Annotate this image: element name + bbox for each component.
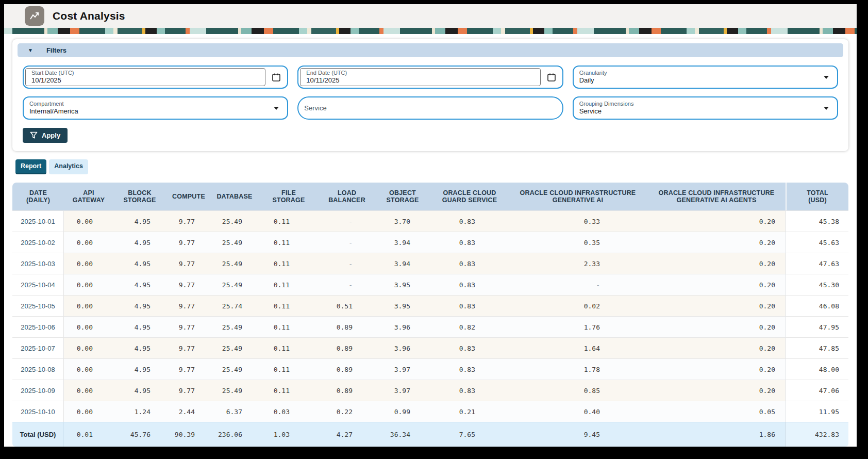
- start-date-calendar-button[interactable]: [265, 67, 287, 88]
- cost-value-cell: 9.77: [166, 210, 211, 232]
- row-total-cell: 47.06: [786, 380, 848, 401]
- cost-value-cell: 3.97: [374, 380, 431, 401]
- cost-value-cell: 1.76: [508, 316, 647, 337]
- cost-value-cell: 0.20: [647, 295, 786, 316]
- end-date-value[interactable]: 10/11/2025: [306, 76, 540, 85]
- cost-value-cell: 0.85: [508, 380, 647, 401]
- cost-value-cell: 0.20: [647, 253, 786, 274]
- end-date-field[interactable]: End Date (UTC) 10/11/2025: [297, 65, 563, 89]
- table-row: 2025-10-080.004.959.7725.490.110.893.970…: [12, 358, 848, 380]
- start-date-field[interactable]: Start Date (UTC) 10/1/2025: [23, 65, 288, 89]
- table-row: 2025-10-010.004.959.7725.490.11-3.700.83…: [12, 210, 848, 232]
- cost-value-cell: 0.83: [431, 274, 508, 295]
- cost-value-cell: 1.64: [508, 337, 647, 358]
- cost-value-cell: 25.49: [211, 232, 258, 253]
- row-total-cell: 45.30: [786, 274, 848, 295]
- cost-value-cell: 9.77: [166, 274, 211, 295]
- cost-value-cell: 25.74: [211, 295, 258, 316]
- cost-value-cell: 0.11: [258, 380, 320, 401]
- cost-value-cell: 3.94: [374, 253, 431, 274]
- column-header: FILE STORAGE: [258, 183, 320, 210]
- cost-value-cell: 0.99: [374, 401, 431, 422]
- date-cell: 2025-10-01: [12, 210, 64, 232]
- compartment-label: Compartment: [29, 101, 274, 107]
- table-row: 2025-10-020.004.959.7725.490.11-3.940.83…: [12, 232, 848, 253]
- cost-value-cell: 25.49: [211, 380, 258, 401]
- start-date-value[interactable]: 10/1/2025: [31, 76, 265, 85]
- cost-value-cell: -: [320, 210, 374, 232]
- grouping-dimensions-label: Grouping Dimensions: [579, 101, 824, 107]
- cost-value-cell: -: [320, 232, 374, 253]
- calendar-icon: [546, 72, 557, 83]
- cost-value-cell: 4.95: [113, 295, 166, 316]
- granularity-label: Granularity: [579, 70, 824, 76]
- date-cell: 2025-10-04: [12, 274, 64, 295]
- tab-analytics[interactable]: Analytics: [49, 159, 88, 174]
- date-cell: 2025-10-10: [12, 401, 64, 422]
- cost-value-cell: 0.05: [647, 401, 786, 422]
- row-total-cell: 47.85: [786, 337, 848, 358]
- cost-value-cell: 4.95: [113, 232, 166, 253]
- cost-value-cell: 6.37: [211, 401, 258, 422]
- cost-value-cell: 0.89: [320, 358, 374, 380]
- date-cell: 2025-10-07: [12, 337, 64, 358]
- column-header: BLOCK STORAGE: [113, 183, 166, 210]
- end-date-calendar-button[interactable]: [541, 67, 562, 88]
- apply-button-label: Apply: [42, 132, 60, 139]
- cost-value-cell: 236.06: [211, 422, 258, 447]
- cost-value-cell: 0.11: [258, 316, 320, 337]
- column-header: ORACLE CLOUD GUARD SERVICE: [431, 183, 508, 210]
- start-date-label: Start Date (UTC): [31, 70, 265, 76]
- cost-value-cell: 0.20: [647, 337, 786, 358]
- page-header: Cost Analysis: [4, 4, 857, 28]
- tab-report[interactable]: Report: [15, 159, 46, 174]
- cost-value-cell: 0.00: [64, 380, 113, 401]
- cost-value-cell: 7.65: [431, 422, 508, 447]
- row-total-cell: 48.00: [786, 358, 848, 380]
- apply-button[interactable]: Apply: [23, 128, 68, 143]
- cost-value-cell: 0.11: [258, 358, 320, 380]
- chevron-down-icon: [824, 76, 829, 79]
- filter-funnel-icon: [30, 132, 38, 139]
- date-cell: 2025-10-09: [12, 380, 64, 401]
- row-total-cell: 45.63: [786, 232, 848, 253]
- cost-value-cell: 4.95: [113, 253, 166, 274]
- cost-value-cell: 25.49: [211, 358, 258, 380]
- granularity-select[interactable]: Granularity Daily: [573, 65, 838, 89]
- table-row: 2025-10-100.001.242.446.370.030.220.990.…: [12, 401, 848, 422]
- cost-value-cell: 0.89: [320, 316, 374, 337]
- cost-value-cell: 45.76: [113, 422, 166, 447]
- filters-collapse-header[interactable]: ▼ Filters: [18, 43, 843, 57]
- cost-value-cell: 3.95: [374, 295, 431, 316]
- cost-value-cell: 4.95: [113, 337, 166, 358]
- table-row: 2025-10-050.004.959.7725.740.110.513.950…: [12, 295, 848, 316]
- cost-value-cell: 0.11: [258, 232, 320, 253]
- cost-value-cell: 9.77: [166, 316, 211, 337]
- service-placeholder: Service: [304, 105, 562, 111]
- column-header: TOTAL (USD): [786, 183, 848, 210]
- cost-value-cell: 25.49: [211, 210, 258, 232]
- column-header: LOAD BALANCER: [320, 183, 374, 210]
- filters-section-label: Filters: [46, 46, 66, 54]
- cost-value-cell: 0.51: [320, 295, 374, 316]
- cost-value-cell: 0.40: [508, 401, 647, 422]
- cost-value-cell: 0.20: [647, 358, 786, 380]
- cost-value-cell: 0.83: [431, 232, 508, 253]
- row-total-cell: 432.83: [786, 422, 848, 447]
- cost-value-cell: 1.78: [508, 358, 647, 380]
- cost-value-cell: 0.00: [64, 253, 113, 274]
- column-header: COMPUTE: [166, 183, 211, 210]
- date-cell: 2025-10-03: [12, 253, 64, 274]
- compartment-select[interactable]: Compartment Internal/America: [23, 96, 288, 120]
- page-title: Cost Analysis: [53, 10, 125, 22]
- service-input[interactable]: Service: [297, 96, 563, 120]
- cost-value-cell: 0.00: [64, 232, 113, 253]
- date-cell: 2025-10-06: [12, 316, 64, 337]
- cost-value-cell: 25.49: [211, 316, 258, 337]
- grouping-dimensions-select[interactable]: Grouping Dimensions Service: [573, 96, 838, 120]
- cost-value-cell: 0.03: [258, 401, 320, 422]
- cost-value-cell: 0.20: [647, 274, 786, 295]
- cost-value-cell: 0.11: [258, 274, 320, 295]
- cost-value-cell: 0.20: [647, 380, 786, 401]
- cost-value-cell: 4.95: [113, 380, 166, 401]
